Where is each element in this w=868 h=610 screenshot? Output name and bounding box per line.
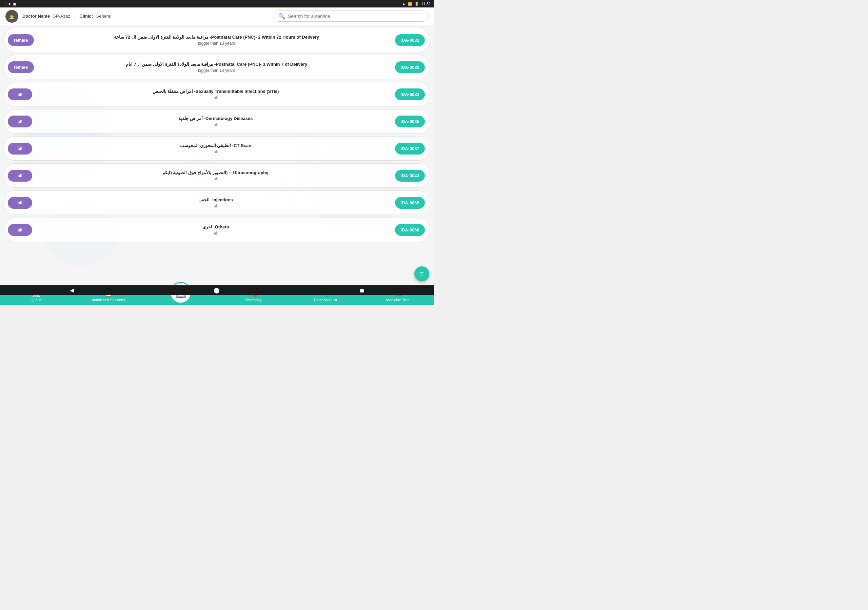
doctor-name-label: Doctor Name [22,14,50,19]
service-name: CT Scan- الطبقي المحوري المحوسب [36,142,395,149]
fab-menu-button[interactable]: ≡ [414,266,429,281]
medicine-tree-label: Medicine Tree [386,298,409,302]
service-id-badge[interactable]: IDA-0033 [395,88,425,100]
service-info: Sexually Transmittable Infections (STIs)… [36,86,395,103]
time-display: 11:32 [421,2,431,6]
clinic-label: Clinic: [79,14,93,19]
service-card[interactable]: female Postnatal Care (PNC)- 2 Within 72… [5,28,429,52]
wifi-icon: ▲ [402,2,406,6]
back-button[interactable]: ◀ [70,287,74,294]
service-id-badge[interactable]: IDA-0037 [395,142,425,155]
menu-icon: ≡ [420,270,424,278]
service-info: Injections- الحقن all [36,194,395,211]
gender-badge: all [8,197,32,209]
doctor-info: Doctor Name GP-Azaz | Clinic: General [22,14,111,19]
service-sub: all [36,149,395,154]
service-sub: all [36,95,395,100]
service-card[interactable]: all Others- اخرى all IDA-0066 [5,218,429,242]
main-content[interactable]: female Postnatal Care (PNC)- 2 Within 72… [0,25,434,285]
android-nav-bar: ◀ ⬤ ◼ [0,285,434,295]
service-info: Ultrasonography -- (التصوير بالأمواج فوق… [36,167,395,184]
battery-icon: 🔋 [414,2,419,6]
service-card[interactable]: all Injections- الحقن all IDA-0065 [5,190,429,215]
service-name: Others- اخرى [36,224,395,230]
clinic-value: General [96,14,111,19]
gender-badge: all [8,116,32,127]
gender-badge: all [8,88,32,100]
search-icon: 🔍 [278,13,285,19]
home-button[interactable]: ⬤ [214,287,220,294]
service-info: Postnatal Care (PNC)- 3 Within 7 of Deli… [38,59,395,76]
gender-badge: female [8,34,34,46]
service-info: Dermatology Diseases- أمراض جلدية all [36,113,395,130]
search-input[interactable] [288,14,423,19]
status-bar: ⊞ ● ▣ ▲ 📶 🔋 11:32 [0,0,434,8]
service-info: CT Scan- الطبقي المحوري المحوسب all [36,140,395,157]
service-name: Postnatal Care (PNC)- 2 Within 72 Hours … [38,34,395,40]
service-card[interactable]: all Dermatology Diseases- أمراض جلدية al… [5,109,429,133]
gender-badge: all [8,170,32,182]
service-id-badge[interactable]: IDA-0066 [395,224,425,236]
unfinished-label: unfinished Sessions [92,298,125,302]
diagnosis-label: Diagnosis List [314,298,337,302]
service-sub: all [36,204,395,208]
service-info: Postnatal Care (PNC)- 2 Within 72 Hours … [38,31,395,48]
service-sub: bigger than 13 years [38,68,395,73]
service-sub: all [36,176,395,181]
service-name: Sexually Transmittable Infections (STIs)… [36,88,395,94]
service-info: Others- اخرى all [36,221,395,238]
search-bar[interactable]: 🔍 [273,11,429,22]
queue-label: Queue [31,298,42,302]
gender-badge: all [8,224,32,236]
doctor-name-value: GP-Azaz [53,14,70,19]
service-card[interactable]: female Postnatal Care (PNC)- 3 Within 7 … [5,55,429,79]
header-left: 👨‍⚕️ Doctor Name GP-Azaz | Clinic: Gener… [5,10,111,23]
gender-badge: female [8,61,34,73]
service-id-badge[interactable]: IDA-0043 [395,170,425,182]
service-id-badge[interactable]: IDA-0065 [395,197,425,209]
signal-icon: 📶 [408,2,412,6]
service-card[interactable]: all Sexually Transmittable Infections (S… [5,82,429,107]
avatar: 👨‍⚕️ [5,10,18,23]
service-name: Dermatology Diseases- أمراض جلدية [36,116,395,122]
recent-apps-icon: ⊞ [3,2,6,6]
service-sub: all [36,122,395,127]
sd-icon: ▣ [13,2,16,6]
service-list: female Postnatal Care (PNC)- 2 Within 72… [0,25,434,245]
circle-status-icon: ● [8,2,11,6]
recent-button[interactable]: ◼ [360,287,364,294]
gender-badge: all [8,142,32,155]
service-id-badge[interactable]: IDA-0031 [395,34,425,46]
service-card[interactable]: all CT Scan- الطبقي المحوري المحوسب all … [5,136,429,161]
service-card[interactable]: all Ultrasonography -- (التصوير بالأمواج… [5,163,429,188]
service-name: Postnatal Care (PNC)- 3 Within 7 of Deli… [38,61,395,67]
pharmacy-label: Pharmacy [245,298,262,302]
service-id-badge[interactable]: IDA-0032 [395,61,425,73]
service-name: Ultrasonography -- (التصوير بالأمواج فوق… [36,170,395,176]
service-id-badge[interactable]: IDA-0035 [395,116,425,127]
service-sub: bigger than 13 years [38,41,395,46]
service-name: Injections- الحقن [36,197,395,203]
service-sub: all [36,231,395,235]
header: 👨‍⚕️ Doctor Name GP-Azaz | Clinic: Gener… [0,8,434,25]
